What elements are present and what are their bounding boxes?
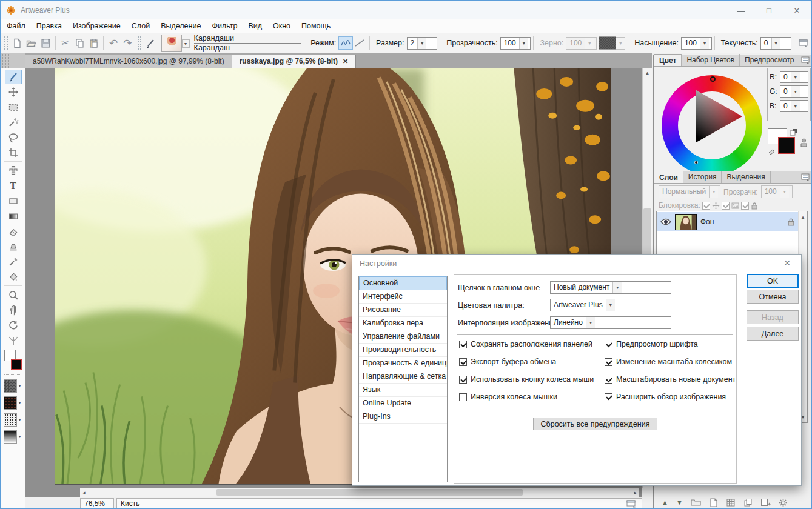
hue-marker[interactable] — [710, 76, 716, 82]
wheel-zoom-box[interactable] — [605, 358, 612, 366]
next-button[interactable]: Далее — [747, 327, 799, 341]
toolbar-grip2[interactable] — [137, 36, 141, 50]
r-combo[interactable]: 0▾ — [780, 71, 808, 83]
save-panel-layout-box[interactable] — [459, 341, 467, 348]
menu-file[interactable]: Файл — [1, 20, 31, 32]
font-preview-checkbox[interactable]: Предпросмотр шрифта — [605, 340, 735, 348]
r-dd-arrow[interactable]: ▾ — [791, 72, 800, 82]
adjustment-layer-button[interactable] — [726, 498, 736, 507]
tool-shape-button[interactable] — [5, 194, 22, 208]
size-combo[interactable]: 2 ▾ — [407, 37, 438, 50]
tool-zoom-button[interactable] — [5, 288, 22, 302]
main-window-click-dd[interactable]: ▾ — [612, 282, 622, 293]
size-dropdown-arrow[interactable]: ▾ — [417, 38, 426, 49]
texture-dd-arrow[interactable]: ▾ — [17, 379, 23, 393]
new-group-button[interactable] — [691, 498, 702, 507]
open-button[interactable] — [24, 36, 38, 50]
cut-button[interactable]: ✂ — [58, 36, 72, 50]
layer-thumbnail[interactable] — [675, 214, 697, 230]
saturation-triangle[interactable] — [678, 82, 746, 150]
menu-layer[interactable]: Слой — [126, 20, 155, 32]
layer-row-background[interactable]: Фон — [657, 212, 798, 231]
scroll-left-arrow[interactable]: ◂ — [80, 490, 86, 496]
color-picker-tool-icon[interactable] — [799, 138, 808, 148]
pattern-dd-arrow[interactable]: ▾ — [17, 396, 23, 410]
scatter-dd-arrow[interactable]: ▾ — [17, 413, 23, 427]
color-swatch-pair[interactable] — [4, 350, 22, 370]
b-combo[interactable]: 0▾ — [780, 100, 808, 112]
tool-symmetry-button[interactable] — [5, 333, 22, 348]
layer-move-up-button[interactable]: ▲ — [662, 499, 668, 506]
layer-move-down-button[interactable]: ▼ — [676, 499, 683, 506]
tab-layers[interactable]: Слои — [654, 171, 683, 183]
brush-names[interactable]: Карандаши Карандаш — [194, 34, 302, 52]
g-dd-arrow[interactable]: ▾ — [791, 86, 800, 97]
g-combo[interactable]: 0▾ — [780, 85, 808, 98]
menu-view[interactable]: Вид — [243, 20, 267, 32]
close-button[interactable]: ✕ — [783, 1, 811, 19]
tool-move-button[interactable] — [5, 85, 22, 99]
tool-lasso-button[interactable] — [5, 130, 22, 145]
opacity-combo[interactable]: 100 ▾ — [500, 37, 531, 50]
extend-image-overview-checkbox[interactable]: Расширить обзор изображения — [605, 393, 735, 401]
media-texture-swatch[interactable]: ▾ — [4, 379, 23, 393]
toggle-panel-button[interactable] — [797, 36, 811, 50]
tab-color[interactable]: Цвет — [654, 54, 682, 66]
invert-wheel-checkbox[interactable]: Инверсия колеса мышки — [459, 393, 602, 401]
undo-button[interactable]: ↶ — [106, 36, 120, 50]
texture-dropdown[interactable]: ▾ — [616, 37, 625, 50]
paste-button[interactable] — [87, 36, 101, 50]
tool-hand-button[interactable] — [5, 303, 22, 318]
category-painting[interactable]: Рисование — [359, 304, 447, 317]
redo-button[interactable]: ↷ — [121, 36, 135, 50]
texture-swatch[interactable] — [599, 36, 616, 50]
panel-background-swatch[interactable] — [778, 137, 795, 154]
new-document-button[interactable] — [10, 36, 24, 50]
flow-dropdown-arrow[interactable]: ▾ — [771, 38, 780, 49]
menu-help[interactable]: Помощь — [296, 20, 336, 32]
tool-text-button[interactable]: T — [5, 179, 22, 193]
background-color-swatch[interactable] — [11, 359, 22, 370]
ok-button[interactable]: OK — [747, 274, 799, 288]
document-tab-2[interactable]: russkaya.jpg @ 76,5% (8-bit) ✕ — [232, 55, 357, 68]
tool-crop-button[interactable] — [5, 145, 22, 160]
minimize-button[interactable]: — — [727, 1, 755, 19]
texture-dropdown-arrow[interactable]: ▾ — [616, 38, 625, 49]
menu-window[interactable]: Окно — [267, 20, 296, 32]
cancel-button[interactable]: Отмена — [747, 290, 799, 304]
dialog-close-icon[interactable]: ✕ — [780, 258, 794, 268]
export-clipboard-checkbox[interactable]: Экспорт буфера обмена — [459, 358, 602, 366]
duplicate-layer-button[interactable] — [743, 498, 753, 507]
tab-close-icon[interactable]: ✕ — [343, 58, 348, 65]
scroll-right-arrow[interactable]: ▸ — [634, 490, 639, 496]
horizontal-scroll-thumb[interactable] — [216, 489, 523, 496]
color-panel-menu-icon[interactable] — [801, 56, 811, 64]
media-pattern-swatch[interactable]: ▾ — [4, 396, 23, 410]
gradient-dd-arrow[interactable]: ▾ — [17, 430, 23, 444]
tool-mosaic-button[interactable] — [5, 164, 22, 178]
brush-dropdown-arrow[interactable]: ▾ — [182, 39, 190, 48]
color-palette-dd[interactable]: ▾ — [606, 299, 615, 311]
layer-scroll-up[interactable]: ▴ — [799, 214, 807, 220]
interpolation-dd[interactable]: ▾ — [586, 317, 595, 328]
window-titlebar[interactable]: Artweaver Plus — □ ✕ — [1, 1, 811, 19]
zoom-new-documents-box[interactable] — [605, 376, 612, 384]
extend-image-overview-box[interactable] — [605, 393, 612, 401]
category-plugins[interactable]: Plug-Ins — [359, 410, 447, 424]
tool-marquee-button[interactable] — [5, 100, 22, 115]
interpolation-combo[interactable]: Линейно ▾ — [550, 316, 671, 329]
wheel-zoom-checkbox[interactable]: Изменение масштаба колесиком — [605, 358, 735, 366]
category-guides-grid[interactable]: Направляющие & сетка — [359, 370, 447, 384]
default-colors-icon[interactable] — [768, 148, 776, 155]
category-pen-calibration[interactable]: Калибровка пера — [359, 317, 447, 330]
reset-warnings-button[interactable]: Сбросить все предупреждения — [533, 418, 657, 430]
menu-edit[interactable]: Правка — [31, 20, 67, 32]
save-button[interactable] — [39, 36, 53, 50]
category-general[interactable]: Основной — [359, 276, 447, 290]
tool-clone-stamp-button[interactable] — [5, 239, 22, 254]
opacity-dropdown-arrow[interactable]: ▾ — [519, 38, 528, 49]
font-preview-box[interactable] — [605, 341, 612, 348]
tool-gradient-button[interactable] — [5, 209, 22, 224]
brush-tool-indicator[interactable] — [144, 36, 158, 50]
line-mode-button[interactable] — [353, 36, 367, 50]
